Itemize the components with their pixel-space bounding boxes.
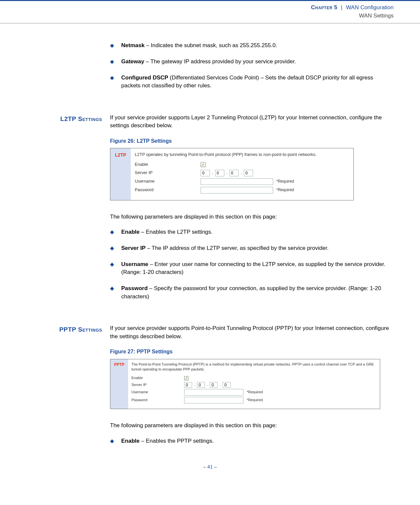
bullet-term: Enable [121,229,140,235]
pptp-ip-octet-2[interactable] [197,382,205,388]
bullet-text: – Enables the L2TP settings. [140,229,213,235]
bullet-text: – The gateway IP address provided by you… [144,58,296,65]
figure-26-caption: Figure 26: L2TP Settings [110,137,394,145]
pptp-ip-octet-3[interactable] [210,382,218,388]
pptp-post-intro: The following parameters are displayed i… [110,422,394,430]
bullet-term: Server IP [121,245,146,251]
pptp-enable-label: Enable [131,375,184,381]
l2tp-ip-octet-3[interactable] [229,170,238,176]
ip-dot: . [193,382,196,388]
l2tp-panel-description: L2TP operates by tunneling Point-to-Poin… [135,152,350,158]
required-note: *Required [247,398,263,403]
pptp-password-label: Password [131,398,184,403]
pptp-ip-octet-1[interactable] [184,382,192,388]
pptp-ip-octet-4[interactable] [223,382,231,388]
pptp-intro: If your service provider supports Point-… [110,324,394,341]
section-title: WAN Settings [26,12,394,20]
pptp-panel-description: The Point-to-Point Tunneling Protocol (P… [131,362,377,372]
pptp-serverip-label: Server IP [131,382,184,388]
required-note: *Required [276,179,294,184]
l2tp-username-label: Username [135,178,201,185]
bullet-term: Gateway [121,58,144,65]
l2tp-enable-label: Enable [135,162,201,168]
pptp-password-input[interactable] [184,397,243,403]
l2tp-username-input[interactable] [201,178,273,185]
bullet-text: – The IP address of the L2TP server, as … [146,245,329,251]
header-separator: | [339,4,344,11]
l2tp-intro: If your service provider supports Layer … [110,114,394,130]
ip-dot: . [226,170,228,176]
chapter-label: Chapter 5 [311,4,337,11]
ip-dot: . [219,382,221,388]
l2tp-password-input[interactable] [201,187,273,193]
list-item: Enable – Enables the PPTP settings. [110,437,394,445]
list-item: Server IP – The IP address of the L2TP s… [110,244,394,252]
required-note: *Required [276,187,294,193]
ip-dot: . [240,170,242,176]
l2tp-enable-checkbox[interactable]: ✓ [201,162,206,167]
list-item: Username – Enter your user name for conn… [110,260,394,277]
l2tp-serverip-label: Server IP [135,170,201,176]
intro-bullet-list: Netmask – Indicates the subnet mask, suc… [110,42,394,90]
list-item: Password – Specify the password for your… [110,284,394,301]
list-item: Configured DSCP (Differentiated Services… [110,74,394,90]
bullet-text: – Enter your user name for connecting to… [121,261,385,276]
bullet-term: Configured DSCP [121,74,168,81]
list-item: Enable – Enables the L2TP settings. [110,228,394,236]
l2tp-figure-panel: L2TP L2TP operates by tunneling Point-to… [110,148,354,200]
page-header: Chapter 5 | WAN Configuration WAN Settin… [26,1,394,23]
l2tp-ip-octet-1[interactable] [201,170,210,176]
bullet-text: – Indicates the subnet mask, such as 255… [145,42,277,48]
l2tp-heading: L2TP Settings [26,114,102,324]
l2tp-sidebar-label: L2TP [115,152,126,158]
pptp-enable-checkbox[interactable]: ✓ [184,376,188,380]
bullet-text: – Enables the PPTP settings. [140,438,214,444]
pptp-username-input[interactable] [184,389,243,396]
l2tp-sidebar: L2TP [110,148,131,200]
bullet-text: – Specify the password for your connecti… [121,285,381,300]
bullet-term: Netmask [121,42,145,48]
pptp-figure-panel: PPTP The Point-to-Point Tunneling Protoc… [110,359,380,409]
l2tp-password-label: Password [135,187,201,193]
l2tp-post-intro: The following parameters are displayed i… [110,213,394,221]
pptp-heading: PPTP Settings [26,324,102,453]
list-item: Gateway – The gateway IP address provide… [110,58,394,66]
page-number: – 41 – [26,453,394,474]
ip-dot: . [211,170,214,176]
ip-dot: . [206,382,209,388]
chapter-title: WAN Configuration [346,4,394,11]
required-note: *Required [247,390,263,395]
pptp-sidebar: PPTP [110,359,128,409]
bullet-term: Enable [121,438,140,444]
list-item: Netmask – Indicates the subnet mask, suc… [110,42,394,50]
l2tp-bullet-list: Enable – Enables the L2TP settings. Serv… [110,228,394,301]
pptp-bullet-list: Enable – Enables the PPTP settings. [110,437,394,445]
l2tp-ip-octet-4[interactable] [244,170,253,176]
pptp-username-label: Username [131,390,184,395]
bullet-term: Username [121,261,148,267]
bullet-term: Password [121,285,148,291]
l2tp-ip-octet-2[interactable] [215,170,224,176]
pptp-sidebar-label: PPTP [114,362,124,368]
figure-27-caption: Figure 27: PPTP Settings [110,348,394,355]
